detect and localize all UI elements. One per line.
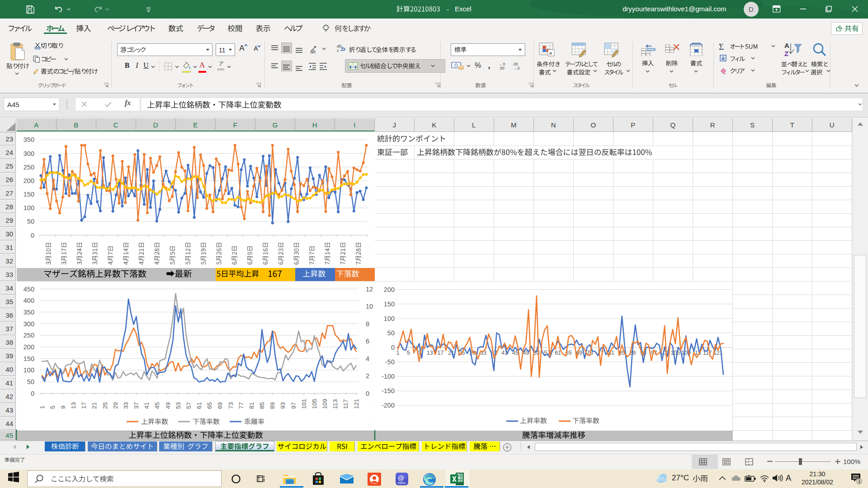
svg-text:0: 0: [391, 344, 394, 351]
svg-text:50: 50: [387, 329, 394, 336]
svg-text:4: 4: [366, 355, 369, 362]
svg-text:350: 350: [23, 136, 34, 143]
svg-text:93: 93: [279, 402, 286, 408]
svg-text:13: 13: [70, 402, 77, 408]
svg-text:300: 300: [23, 320, 34, 327]
svg-text:450: 450: [23, 285, 34, 292]
svg-text:-50: -50: [385, 358, 395, 366]
svg-text:150: 150: [23, 355, 34, 362]
svg-text:150: 150: [23, 191, 34, 198]
svg-text:0: 0: [30, 231, 34, 239]
svg-text:-150: -150: [381, 387, 394, 394]
svg-text:105: 105: [670, 350, 680, 356]
svg-text:A: A: [784, 42, 789, 49]
svg-text:117: 117: [342, 399, 349, 409]
svg-text:12: 12: [366, 285, 373, 292]
svg-text:≠: ≠: [549, 51, 552, 56]
svg-text:2: 2: [366, 372, 369, 380]
svg-text:5: 5: [49, 405, 56, 409]
svg-text:@: @: [398, 474, 404, 482]
svg-text:0: 0: [30, 389, 34, 397]
svg-text:→.0: →.0: [513, 66, 520, 70]
svg-text:250: 250: [23, 163, 34, 170]
svg-text:53: 53: [175, 402, 181, 408]
svg-text:100: 100: [383, 314, 394, 322]
svg-text:69: 69: [217, 402, 223, 408]
svg-text:200: 200: [23, 343, 34, 350]
svg-text:350: 350: [23, 308, 34, 315]
svg-text:50: 50: [27, 218, 34, 225]
svg-text:25: 25: [101, 402, 108, 408]
svg-text:1: 1: [396, 350, 399, 356]
svg-text:250: 250: [23, 332, 34, 339]
svg-text:29: 29: [112, 402, 118, 408]
svg-text:81: 81: [248, 402, 255, 408]
svg-text:9: 9: [59, 405, 66, 409]
svg-text:21: 21: [91, 402, 98, 408]
svg-text:6: 6: [366, 338, 369, 345]
svg-text:85: 85: [259, 402, 265, 408]
svg-text:300: 300: [23, 150, 34, 157]
svg-text:121: 121: [353, 399, 359, 409]
svg-text:200: 200: [23, 177, 34, 184]
svg-text:200: 200: [383, 286, 394, 293]
svg-text:105: 105: [311, 399, 317, 409]
svg-text:45: 45: [154, 402, 160, 408]
svg-text:100: 100: [23, 204, 34, 211]
svg-text:37: 37: [133, 402, 140, 408]
svg-text:100: 100: [23, 366, 34, 374]
svg-text:61: 61: [196, 402, 203, 408]
svg-text:109: 109: [321, 399, 328, 409]
svg-text:65: 65: [206, 402, 213, 408]
svg-text:77: 77: [237, 402, 244, 408]
svg-text:97: 97: [290, 402, 297, 408]
svg-text:1: 1: [858, 479, 861, 484]
svg-text:33: 33: [122, 402, 129, 408]
svg-text:c: c: [337, 48, 339, 53]
svg-text:400: 400: [23, 297, 34, 304]
svg-text:17: 17: [437, 350, 443, 356]
svg-text:10: 10: [366, 303, 373, 310]
svg-text:1: 1: [38, 405, 45, 409]
svg-text:0: 0: [366, 389, 369, 397]
svg-text:49: 49: [164, 402, 171, 408]
svg-text:89: 89: [269, 402, 276, 408]
svg-text:-200: -200: [381, 402, 394, 409]
svg-text:-100: -100: [381, 373, 394, 380]
svg-text:101: 101: [300, 399, 307, 409]
svg-text:150: 150: [383, 300, 394, 307]
svg-text:113: 113: [332, 399, 339, 409]
svg-text:5: 5: [407, 350, 410, 356]
svg-text:8: 8: [366, 320, 369, 327]
svg-text:menu: menu: [398, 481, 406, 484]
svg-text:73: 73: [227, 402, 234, 408]
svg-text:Z: Z: [784, 50, 788, 57]
svg-text:57: 57: [185, 402, 192, 408]
svg-text:41: 41: [143, 402, 150, 408]
svg-text:ab: ab: [310, 49, 316, 54]
svg-text:13: 13: [426, 350, 433, 356]
svg-text:17: 17: [80, 402, 87, 408]
svg-text:50: 50: [27, 378, 34, 385]
svg-text:.00: .00: [499, 66, 505, 70]
